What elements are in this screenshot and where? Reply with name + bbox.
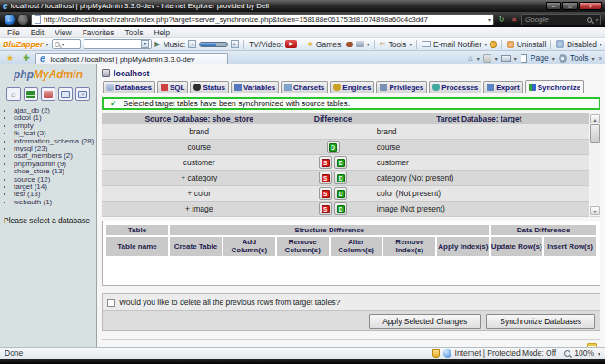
volume-down-button[interactable]: ◂ <box>188 40 196 48</box>
table-group-header: Table <box>106 225 168 235</box>
stop-button[interactable]: × <box>509 14 520 25</box>
query-window-icon[interactable] <box>58 87 73 101</box>
addon-combo-dropdown-icon[interactable]: ▼ <box>141 40 149 48</box>
address-dropdown-icon[interactable]: ▾ <box>488 16 491 23</box>
tab-export[interactable]: Export <box>483 81 522 93</box>
tab-processes[interactable]: Processes <box>429 81 481 93</box>
page-menu-icon[interactable] <box>521 54 527 63</box>
games-label: Games: <box>316 40 343 49</box>
tab-engines[interactable]: Engines <box>330 81 374 93</box>
menu-edit[interactable]: Edit <box>25 28 50 37</box>
structure-diff-button[interactable]: S <box>319 202 332 215</box>
address-input[interactable]: http://localhost/branch/zahra/index.php?… <box>31 14 494 25</box>
new-window-icon[interactable] <box>587 343 597 347</box>
tab-status[interactable]: Status <box>190 81 228 93</box>
logout-icon[interactable] <box>41 87 55 101</box>
scroll-down-icon[interactable]: ▼ <box>590 206 600 215</box>
structure-diff-button[interactable]: S <box>319 187 332 200</box>
structure-column-header: Remove Index(s) <box>383 237 435 255</box>
tools-menu-label[interactable]: Tools <box>570 54 589 63</box>
ie-logo-icon: e <box>3 2 8 11</box>
game-icon-2[interactable] <box>356 41 364 47</box>
tools-gear-icon[interactable] <box>559 54 567 63</box>
sync-table-body: brandbrandcourseDcoursecustomerSDcustome… <box>102 124 589 217</box>
tab-databases[interactable]: Databases <box>103 81 155 93</box>
add-favorite-icon[interactable]: ✚ <box>19 53 34 64</box>
data-diff-button[interactable]: D <box>334 172 347 184</box>
structure-diff-table: Table Structure Difference Data Differen… <box>104 223 598 258</box>
search-input[interactable]: Google ▾ <box>521 14 601 25</box>
feeds-icon[interactable] <box>483 54 491 63</box>
scrollbar-thumb[interactable] <box>590 124 600 143</box>
success-message: Selected target tables have been synchro… <box>124 99 350 108</box>
forward-button[interactable]: → <box>17 14 29 25</box>
data-diff-button[interactable]: D <box>334 187 347 200</box>
browser-tab[interactable]: e localhost / localhost | phpMyAdmin 3.3… <box>35 53 228 64</box>
maximize-button[interactable]: □ <box>562 2 578 10</box>
source-table-name: course <box>102 143 296 152</box>
volume-up-button[interactable]: ▸ <box>231 40 239 48</box>
games-dropdown-icon[interactable]: ▾ <box>367 41 370 47</box>
overflow-chevron-icon[interactable]: » <box>599 54 602 63</box>
game-icon-1[interactable] <box>346 42 354 47</box>
tab-charsets[interactable]: Charsets <box>281 81 328 93</box>
menu-file[interactable]: File <box>2 28 25 37</box>
search-dropdown-icon[interactable]: ▾ <box>595 16 598 23</box>
data-diff-button[interactable]: D <box>327 141 340 153</box>
youtube-icon[interactable]: ▶ <box>285 40 296 48</box>
tab-synchronize[interactable]: Synchronize <box>525 80 585 93</box>
apply-selected-changes-button[interactable]: Apply Selected Changes <box>369 314 481 329</box>
tab-sql[interactable]: SQL <box>157 81 188 93</box>
addon-brand-dropdown-icon[interactable]: ▾ <box>46 41 49 47</box>
email-notifier-label[interactable]: E-mail Notifier <box>433 40 481 49</box>
page-menu-label[interactable]: Page <box>531 54 549 63</box>
zoom-level[interactable]: 100% <box>574 349 594 358</box>
data-diff-button[interactable]: D <box>334 202 347 215</box>
synchronize-databases-button[interactable]: Synchronize Databases <box>486 314 595 329</box>
tab-privileges[interactable]: Privileges <box>376 81 427 93</box>
sync-table-scrollbar[interactable]: ▲ ▼ <box>590 113 600 217</box>
addon-tools-label[interactable]: Tools <box>388 40 406 49</box>
search-magnifier-icon[interactable] <box>587 17 592 23</box>
disabled-dropdown-icon[interactable]: ▾ <box>600 41 602 47</box>
phpmyadmin-logo[interactable]: phpMyAdmin <box>0 69 96 81</box>
docs-icon[interactable]: ? <box>75 87 90 101</box>
uninstall-label[interactable]: Uninstall <box>517 40 547 49</box>
minimize-button[interactable]: – <box>546 2 561 10</box>
email-dropdown-icon[interactable]: ▾ <box>484 41 487 47</box>
volume-slider[interactable] <box>199 42 229 47</box>
zoom-magnifier-icon[interactable] <box>564 350 570 357</box>
menu-view[interactable]: View <box>49 28 76 37</box>
structure-diff-button[interactable]: S <box>319 156 332 169</box>
zoom-dropdown-icon[interactable]: ▾ <box>598 350 600 357</box>
delete-rows-checkbox[interactable] <box>107 299 115 307</box>
sql-window-icon[interactable] <box>24 87 38 101</box>
menu-help[interactable]: Help <box>148 28 174 37</box>
data-diff-badge: D <box>337 205 345 213</box>
menu-tools[interactable]: Tools <box>120 28 149 37</box>
menu-favorites[interactable]: Favorites <box>77 28 120 37</box>
status-icon <box>193 84 201 91</box>
home-nav-icon[interactable]: ⌂ <box>6 87 21 101</box>
addon-tools-dropdown-icon[interactable]: ▾ <box>409 41 412 47</box>
close-button[interactable]: × <box>579 2 602 10</box>
data-diff-button[interactable]: D <box>334 156 347 169</box>
home-icon[interactable]: ⌂ <box>468 54 472 63</box>
data-group-header: Data Difference <box>491 225 596 235</box>
favorites-star-icon[interactable]: ★ <box>3 53 17 64</box>
addon-search-box[interactable]: ▾ <box>52 39 82 49</box>
main-panel: localhost DatabasesSQLStatusVariablesCha… <box>97 64 605 347</box>
refresh-button[interactable]: ↻ <box>496 14 507 25</box>
tab-variables[interactable]: Variables <box>231 81 279 93</box>
structure-column-header: Alter Column(s) <box>331 237 382 255</box>
disabled-label[interactable]: Disabled <box>567 40 597 49</box>
scroll-up-icon[interactable]: ▲ <box>590 114 600 123</box>
addon-combo-box[interactable]: ▼ <box>84 39 152 49</box>
structure-diff-button[interactable]: S <box>319 172 332 184</box>
addon-brand-label: BluZapper <box>3 40 44 49</box>
database-item[interactable]: webauth (1) <box>14 199 96 206</box>
play-icon[interactable]: ▶ <box>154 40 160 48</box>
print-icon[interactable] <box>501 55 511 62</box>
structure-column-header: Create Table <box>170 237 222 255</box>
back-button[interactable]: ← <box>4 14 15 25</box>
